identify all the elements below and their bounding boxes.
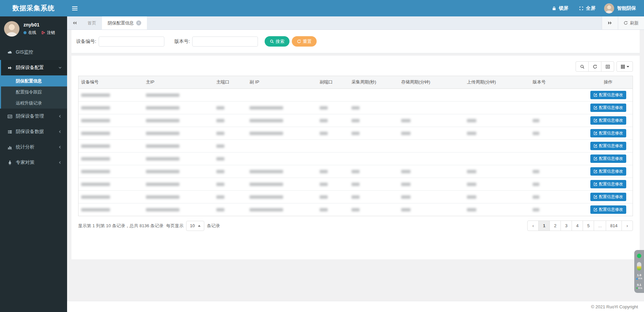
device-no-input[interactable] — [99, 37, 164, 47]
sidebar-item-command-trace[interactable]: 配置指令跟踪 — [1, 86, 67, 98]
topbar-right: 锁屏 全屏 智能阴保 — [546, 0, 644, 16]
table-cell — [349, 114, 398, 127]
redacted-value — [401, 170, 411, 173]
edit-config-button[interactable]: 配置信息修改 — [590, 167, 626, 176]
toolbar-refresh-button[interactable] — [588, 61, 601, 72]
tabs-scroll-right-button[interactable] — [602, 16, 618, 29]
edit-config-button[interactable]: 配置信息修改 — [590, 142, 626, 150]
redacted-value — [533, 132, 539, 135]
sidebar-item-device-manage[interactable]: 阴保设备管理 — [0, 109, 67, 124]
version-input[interactable] — [192, 37, 258, 47]
page-button-814[interactable]: 814 — [606, 221, 622, 231]
sidebar-item-gis-monitor[interactable]: GIS监控 — [0, 45, 67, 60]
table-cell — [143, 139, 214, 152]
table-cell — [214, 203, 247, 216]
edit-config-button[interactable]: 配置信息修改 — [590, 193, 626, 201]
tab-config-info[interactable]: 阴保配置信息 × — [102, 16, 147, 29]
redacted-value — [146, 208, 179, 211]
edit-icon — [593, 169, 598, 174]
copyright-text: © 2021 RuoYi Copyright — [591, 304, 638, 309]
table-cell — [398, 127, 464, 139]
col-actions: 操作 — [584, 76, 633, 88]
main-area: 首页 阴保配置信息 × 刷新 设备编号: 版本号: 搜索 — [67, 16, 644, 312]
actions-cell: 配置信息修改 — [584, 178, 633, 190]
table-body: 配置信息修改配置信息修改配置信息修改配置信息修改配置信息修改配置信息修改配置信息… — [78, 88, 633, 216]
edit-config-button[interactable]: 配置信息修改 — [590, 205, 626, 214]
sidebar-item-device-data[interactable]: 阴保设备数据 — [0, 124, 67, 139]
page-button-5[interactable]: 5 — [583, 221, 594, 231]
data-table-container: 设备编号 主IP 主端口 副 IP 副端口 采集周期(秒) 存储周期(分钟) 上… — [78, 76, 633, 216]
chevron-left-icon — [58, 145, 62, 149]
tab-refresh-button[interactable]: 刷新 — [618, 16, 644, 29]
table-cell — [398, 139, 464, 152]
sidebar-item-statistics[interactable]: 统计分析 — [0, 139, 67, 155]
redacted-value — [352, 183, 360, 186]
double-left-icon — [72, 20, 77, 25]
net-speed-widget[interactable]: 1.0 K/s 0.1 K/s — [634, 250, 644, 293]
redacted-value — [533, 208, 539, 211]
edit-config-button[interactable]: 配置信息修改 — [590, 180, 626, 188]
toolbar-search-button[interactable] — [576, 61, 589, 72]
table-cell — [214, 152, 247, 165]
actions-cell: 配置信息修改 — [584, 88, 633, 101]
page-button-2[interactable]: 2 — [549, 221, 561, 231]
table-cell — [530, 139, 584, 152]
edit-config-button[interactable]: 配置信息修改 — [590, 116, 626, 125]
search-button[interactable]: 搜索 — [265, 36, 289, 47]
page-button-1[interactable]: 1 — [538, 221, 550, 231]
edit-config-button[interactable]: 配置信息修改 — [590, 154, 626, 163]
toolbar-columns-button[interactable] — [616, 61, 633, 72]
sidebar-item-config-info[interactable]: 阴保配置信息 — [1, 75, 67, 86]
redacted-value — [216, 106, 224, 110]
sidebar-item-expert-strategy[interactable]: 专家对策 — [0, 155, 67, 170]
sidebar-toggle-button[interactable] — [67, 0, 83, 16]
table-cell — [214, 114, 247, 127]
chevron-left-icon — [58, 130, 62, 134]
sidebar-item-device-config[interactable]: 阴保设备配置 — [1, 60, 67, 75]
table-cell — [143, 165, 214, 178]
redacted-value — [81, 119, 110, 122]
sidebar: znyb01 在线 注销 GIS监控 阴保设备配置 阴保配置信息 — [0, 16, 67, 312]
redacted-value — [352, 170, 360, 173]
fullscreen-button[interactable]: 全屏 — [574, 0, 601, 16]
tab-close-icon[interactable]: × — [136, 20, 141, 25]
tabs-scroll-left-button[interactable] — [67, 16, 82, 29]
page-button-3[interactable]: 3 — [560, 221, 572, 231]
table-cell — [464, 127, 530, 139]
edit-config-button[interactable]: 配置信息修改 — [590, 104, 626, 112]
table-cell — [214, 139, 247, 152]
page-size-dropdown[interactable]: 10 — [186, 221, 204, 231]
table-row: 配置信息修改 — [78, 165, 633, 178]
lock-screen-button[interactable]: 锁屏 — [546, 0, 574, 16]
redacted-value — [352, 106, 360, 110]
edit-config-button[interactable]: 配置信息修改 — [590, 91, 626, 99]
table-cell — [247, 203, 317, 216]
page-next-button[interactable]: › — [622, 221, 633, 231]
logout-button[interactable]: 注销 — [41, 30, 55, 36]
sidebar-user-avatar[interactable] — [4, 21, 19, 37]
col-device-no: 设备编号 — [78, 76, 143, 88]
toolbar-toggle-view-button[interactable] — [601, 61, 614, 72]
hamburger-icon — [72, 6, 77, 7]
page-prev-button[interactable]: ‹ — [527, 221, 539, 231]
table-cell — [317, 88, 349, 101]
redacted-value — [401, 183, 411, 186]
redacted-value — [146, 93, 179, 97]
chevron-left-icon — [58, 161, 62, 165]
sign-out-icon — [41, 30, 46, 35]
edit-config-button[interactable]: 配置信息修改 — [590, 129, 626, 137]
redacted-value — [146, 106, 179, 110]
edit-icon — [593, 182, 598, 186]
redacted-value — [467, 132, 476, 135]
redacted-value — [250, 106, 283, 110]
bar-chart-icon — [7, 145, 12, 150]
tab-home[interactable]: 首页 — [82, 16, 102, 29]
sidebar-item-remote-upgrade[interactable]: 远程升级记录 — [1, 98, 67, 109]
male-icon — [7, 160, 12, 165]
app-logo[interactable]: 数据采集系统 — [0, 0, 67, 16]
redacted-value — [320, 106, 328, 110]
reset-button[interactable]: 重置 — [292, 36, 317, 47]
user-menu[interactable]: 智能阴保 — [601, 3, 639, 13]
table-cell — [317, 114, 349, 127]
page-button-4[interactable]: 4 — [572, 221, 583, 231]
